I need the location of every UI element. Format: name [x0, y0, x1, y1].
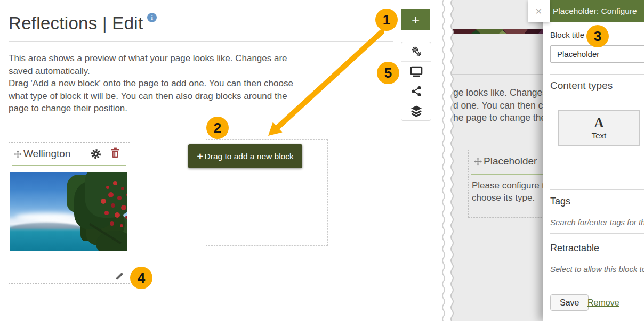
modal-header: Placeholder: Configure	[543, 0, 644, 22]
preview-text-line: d one. You can then ch	[453, 100, 548, 111]
retractable-hint: Select to allow this block to be retract…	[550, 265, 644, 274]
annotation-step-1: 1	[375, 9, 398, 31]
preview-text-line: he page to change thei	[453, 112, 548, 124]
annotation-step-2: 2	[206, 117, 229, 139]
modal-header-title: Placeholder: Configure	[553, 6, 637, 15]
tags-input-underline	[550, 233, 644, 234]
annotation-step-3: 3	[586, 25, 609, 47]
move-icon	[474, 158, 482, 168]
placeholder-text-line: choose its type.	[472, 193, 535, 203]
modal-divider	[550, 281, 644, 281]
modal-divider	[550, 74, 644, 75]
layers-icon[interactable]	[401, 101, 431, 120]
text-type-icon: A	[594, 116, 603, 130]
move-icon[interactable]	[14, 150, 22, 160]
block-underline	[12, 165, 126, 166]
block-title-input[interactable]	[550, 45, 644, 63]
config-modal: Placeholder: Configure × Block title Con…	[543, 0, 644, 321]
page-title-text: Reflections | Edit	[9, 13, 143, 33]
settings-gears-icon[interactable]	[401, 42, 431, 62]
editor-toolbar	[401, 42, 431, 121]
tags-label: Tags	[550, 196, 570, 207]
annotation-step-5: 5	[377, 62, 399, 84]
page-description: This area shows a preview of what your p…	[9, 52, 339, 115]
content-types-label: Content types	[550, 80, 613, 92]
pohutukawa-tree-shape	[64, 172, 127, 251]
share-icon[interactable]	[401, 81, 431, 101]
block-resize-handle[interactable]	[116, 273, 123, 280]
drag-button-label: Drag to add a new block	[205, 152, 294, 161]
display-icon[interactable]	[401, 62, 431, 81]
block-configure-gear-icon[interactable]	[90, 148, 102, 160]
preview-text-line: ge looks like. Changes a	[453, 87, 555, 98]
remove-link[interactable]: Remove	[587, 298, 619, 308]
tags-input[interactable]: Search for/enter tags for this block	[550, 218, 644, 227]
title-divider	[9, 41, 393, 42]
add-block-button[interactable]: +	[401, 9, 430, 30]
page-banner-image	[452, 29, 550, 34]
trash-icon[interactable]	[109, 147, 121, 159]
drag-to-add-block-button[interactable]: + Drag to add a new block	[188, 144, 302, 168]
placeholder-text-line: Please configure t	[472, 180, 544, 191]
page-title: Reflections | Editi	[9, 13, 157, 34]
block-title-label: Block title	[550, 30, 584, 39]
wellington-block-title: Wellington	[23, 148, 70, 160]
retractable-label: Retractable	[550, 243, 599, 254]
wellington-block[interactable]: Wellington	[9, 142, 130, 284]
plus-icon: +	[412, 12, 420, 28]
wellington-photo	[10, 172, 127, 251]
modal-divider	[550, 189, 644, 190]
close-icon[interactable]: ×	[528, 0, 550, 22]
plus-icon: +	[197, 151, 203, 162]
placeholder-block-title: Placeholder	[484, 155, 537, 167]
annotation-step-4: 4	[130, 267, 152, 289]
info-icon[interactable]: i	[147, 13, 157, 22]
save-button[interactable]: Save	[550, 294, 589, 311]
wellington-block-header[interactable]: Wellington	[9, 143, 130, 164]
content-type-text[interactable]: A Text	[558, 110, 640, 146]
content-type-label: Text	[592, 131, 607, 140]
